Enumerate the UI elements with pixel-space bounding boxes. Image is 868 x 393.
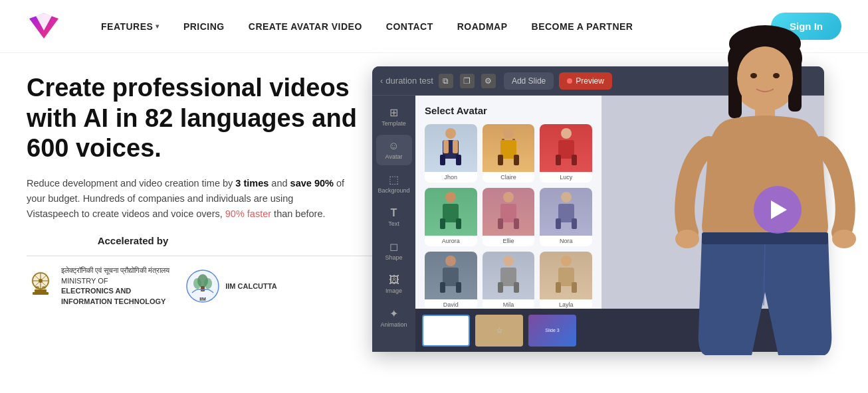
nav-partner[interactable]: BECOME A PARTNER — [532, 21, 633, 32]
text-icon: T — [391, 207, 397, 219]
hero-section: Create professional videos with AI in 82… — [27, 66, 372, 393]
app-demo-section: ‹ duration test ⧉ ❐ ⚙ Add Slide Preview — [372, 66, 841, 393]
project-name: duration test — [385, 76, 433, 86]
avatar-card-nora[interactable]: Nora — [540, 188, 592, 246]
sidebar-item-shape[interactable]: ◻ Shape — [376, 235, 412, 266]
avatar-panel-title: Select Avatar — [425, 105, 592, 116]
avatar-name-claire: Claire — [500, 172, 516, 183]
avatar-name-jhon: Jhon — [445, 172, 458, 183]
avatar-image-nora — [540, 188, 592, 236]
toolbar-icons: ⧉ ❐ ⚙ — [439, 74, 496, 88]
svg-rect-25 — [503, 128, 514, 139]
svg-rect-57 — [556, 282, 561, 293]
svg-point-69 — [832, 230, 856, 248]
svg-rect-34 — [572, 155, 577, 165]
shape-icon: ◻ — [389, 240, 398, 253]
image-icon: 🖼 — [389, 274, 399, 286]
settings-icon[interactable]: ⚙ — [481, 74, 496, 88]
nav-contact[interactable]: CONTACT — [386, 21, 433, 32]
avatar-card-mila[interactable]: Mila — [483, 252, 535, 310]
svg-rect-42 — [514, 218, 519, 229]
avatar-card-ellie[interactable]: Ellie — [483, 188, 535, 246]
svg-rect-29 — [498, 155, 503, 165]
star-icon: ☆ — [496, 326, 503, 335]
app-sidebar: ⊞ Template ☺ Avatar ⬚ Background T Text — [372, 96, 415, 352]
avatar-grid: Jhon Claire — [425, 124, 592, 310]
nav-create-avatar[interactable]: CREATE AVATAR VIDEO — [249, 21, 362, 32]
play-triangle-icon — [771, 200, 787, 219]
sidebar-item-image[interactable]: 🖼 Image — [376, 269, 412, 299]
main-content: Create professional videos with AI in 82… — [0, 53, 868, 393]
slide-thumb-3-content: Slide 3 — [528, 315, 576, 347]
slide-thumb-1[interactable] — [422, 315, 470, 347]
sidebar-item-background[interactable]: ⬚ Background — [376, 168, 412, 199]
highlight-faster[interactable]: 90% faster — [225, 208, 271, 219]
back-chevron-icon: ‹ — [380, 76, 383, 86]
avatar-card-claire[interactable]: Claire — [483, 124, 535, 183]
avatar-card-lucy[interactable]: Lucy — [540, 124, 592, 183]
svg-rect-50 — [456, 282, 461, 293]
iim-label: IIM CALCUTTA — [225, 282, 276, 290]
nav-roadmap[interactable]: ROADMAP — [457, 21, 508, 32]
svg-rect-49 — [440, 282, 445, 293]
copy-icon[interactable]: ⧉ — [439, 74, 453, 88]
hero-title: Create professional videos with AI in 82… — [27, 73, 372, 164]
nav-pricing[interactable]: PRICING — [183, 21, 225, 32]
back-button[interactable]: ‹ duration test — [380, 76, 433, 86]
svg-rect-41 — [498, 218, 503, 229]
svg-rect-9 — [35, 289, 47, 292]
slide-thumb-3[interactable]: Slide 3 — [528, 315, 576, 347]
avatar-image-david — [425, 252, 477, 299]
svg-rect-24 — [453, 140, 458, 153]
svg-rect-31 — [561, 128, 572, 139]
avatar-name-lucy: Lucy — [560, 172, 572, 183]
logo[interactable] — [27, 9, 61, 44]
sidebar-item-template[interactable]: ⊞ Template — [376, 101, 412, 132]
background-icon: ⬚ — [389, 173, 399, 186]
svg-rect-53 — [498, 282, 503, 293]
avatar-card-david[interactable]: David — [425, 252, 477, 310]
svg-rect-58 — [572, 282, 577, 293]
svg-rect-39 — [503, 192, 514, 202]
play-button[interactable] — [754, 186, 802, 234]
main-nav: FEATURES ▾ PRICING CREATE AVATAR VIDEO C… — [101, 21, 771, 32]
app-toolbar: ‹ duration test ⧉ ❐ ⚙ Add Slide Preview — [372, 66, 824, 96]
nav-features[interactable]: FEATURES ▾ — [101, 21, 160, 32]
svg-rect-38 — [456, 218, 461, 229]
svg-rect-21 — [440, 155, 445, 165]
svg-rect-23 — [443, 140, 449, 153]
avatar-card-jhon[interactable]: Jhon — [425, 124, 477, 183]
svg-rect-22 — [456, 155, 461, 165]
ministry-text: इलेक्ट्रॉनिकी एवं सूचना प्रौद्योगिकी मंत… — [61, 266, 169, 307]
avatar-card-layla[interactable]: Layla — [540, 252, 592, 310]
avatar-image-ellie — [483, 188, 535, 236]
animation-icon: ✦ — [389, 307, 398, 320]
hero-description: Reduce development and video creation ti… — [27, 176, 346, 222]
preview-button[interactable]: Preview — [559, 72, 612, 90]
svg-rect-30 — [514, 155, 519, 165]
svg-rect-10 — [33, 292, 49, 295]
svg-point-11 — [35, 286, 39, 289]
template-icon: ⊞ — [389, 106, 398, 119]
avatar-image-lucy — [540, 124, 592, 172]
svg-rect-33 — [556, 155, 561, 165]
add-slide-button[interactable]: Add Slide — [504, 72, 554, 90]
avatar-image-aurora — [425, 188, 477, 236]
sidebar-item-animation[interactable]: ✦ Animation — [376, 302, 412, 333]
svg-rect-54 — [514, 282, 519, 293]
svg-rect-45 — [556, 218, 561, 229]
svg-rect-51 — [503, 256, 514, 266]
duplicate-icon[interactable]: ❐ — [460, 74, 475, 88]
svg-point-12 — [42, 286, 46, 289]
signin-button[interactable]: Sign In — [771, 13, 841, 40]
avatar-card-aurora[interactable]: Aurora — [425, 188, 477, 246]
sidebar-item-text[interactable]: T Text — [376, 202, 412, 232]
ministry-logo: इलेक्ट्रॉनिकी एवं सूचना प्रौद्योगिकी मंत… — [27, 266, 169, 307]
sidebar-item-avatar[interactable]: ☺ Avatar — [376, 135, 412, 165]
svg-text:IIM: IIM — [199, 297, 206, 301]
slides-strip: ☆ Slide 3 — [415, 309, 824, 352]
slide-thumb-2[interactable]: ☆ — [475, 315, 523, 347]
accelerated-by-label: Accelerated by — [27, 235, 239, 246]
preview-dot — [567, 78, 572, 84]
avatar-image-jhon — [425, 124, 477, 172]
